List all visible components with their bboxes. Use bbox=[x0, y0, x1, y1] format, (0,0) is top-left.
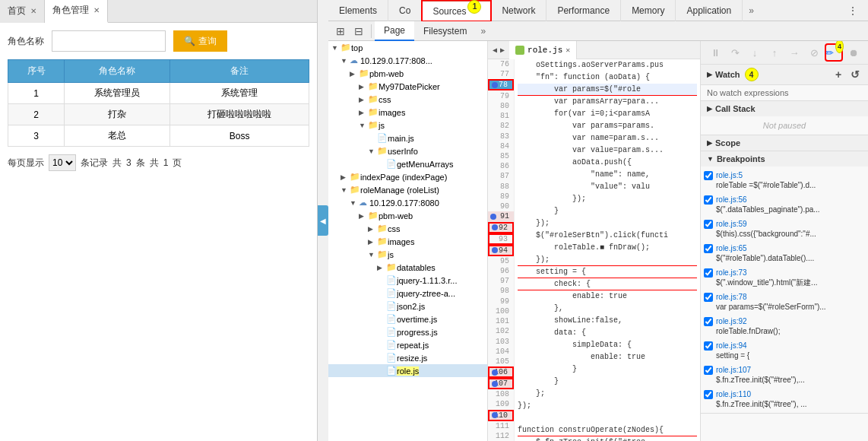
tree-item[interactable]: ▶📁pbm-web bbox=[328, 67, 487, 80]
tab-sources[interactable]: Sources 1 bbox=[422, 0, 491, 21]
bp-checkbox[interactable] bbox=[704, 317, 713, 326]
line-number[interactable]: 76 bbox=[488, 59, 514, 69]
code-file-tab-item[interactable]: role.js ✕ bbox=[509, 41, 577, 59]
nav-back-icon[interactable]: ◀ bbox=[493, 46, 497, 55]
tree-item[interactable]: ▶📁My97DatePicker bbox=[328, 80, 487, 93]
collapse-button[interactable]: ◀ bbox=[318, 205, 328, 236]
line-number[interactable]: 93 bbox=[488, 233, 514, 245]
line-number[interactable]: 105 bbox=[488, 357, 514, 366]
line-number[interactable]: 104 bbox=[488, 347, 514, 357]
tree-item[interactable]: 📄jquery-1.11.3.r... bbox=[328, 274, 487, 287]
tree-item[interactable]: ▶📁css bbox=[328, 222, 487, 235]
code-nav-icons[interactable]: ◀ ▶ bbox=[488, 46, 509, 55]
per-page-select[interactable]: 10 bbox=[49, 154, 76, 171]
line-number[interactable]: 87 bbox=[488, 171, 514, 181]
line-number[interactable]: 111 bbox=[488, 421, 514, 431]
line-number[interactable]: 107 bbox=[488, 378, 514, 389]
nav-forward-icon[interactable]: ▶ bbox=[500, 46, 505, 55]
bp-checkbox[interactable] bbox=[704, 293, 713, 302]
line-number[interactable]: 94 bbox=[488, 245, 514, 256]
search-button[interactable]: 🔍 查询 bbox=[173, 30, 227, 52]
line-number[interactable]: 99 bbox=[488, 296, 514, 306]
customize-btn[interactable]: ⋮ bbox=[844, 2, 862, 20]
dock-icon[interactable]: ⊞ bbox=[331, 22, 350, 40]
tab-elements[interactable]: Elements bbox=[328, 0, 388, 21]
line-number[interactable]: 109 bbox=[488, 399, 514, 409]
tab-application[interactable]: Application bbox=[676, 0, 743, 21]
tree-item[interactable]: 📄json2.js bbox=[328, 300, 487, 313]
bp-checkbox[interactable] bbox=[704, 195, 713, 205]
line-number[interactable]: 92 bbox=[488, 222, 514, 233]
line-number[interactable]: 101 bbox=[488, 316, 514, 326]
tree-item[interactable]: 📄overtime.js bbox=[328, 313, 487, 325]
scope-header[interactable]: ▶ Scope bbox=[701, 135, 868, 151]
line-number[interactable]: 84 bbox=[488, 141, 514, 151]
tab-home[interactable]: 首页 ✕ bbox=[0, 0, 45, 23]
devtools-more-tabs[interactable]: » bbox=[743, 5, 760, 16]
line-number[interactable]: 108 bbox=[488, 389, 514, 399]
tree-item[interactable]: 📄resize.js bbox=[328, 351, 487, 364]
bp-checkbox[interactable] bbox=[704, 268, 713, 278]
line-number[interactable]: 81 bbox=[488, 111, 514, 121]
line-number[interactable]: 80 bbox=[488, 101, 514, 111]
line-number[interactable]: 91 bbox=[488, 211, 514, 221]
step-over-btn[interactable]: ↷ bbox=[727, 44, 743, 61]
line-number[interactable]: 90 bbox=[488, 201, 514, 211]
step-btn[interactable]: → bbox=[786, 44, 803, 61]
tab-performance[interactable]: Performance bbox=[546, 0, 621, 21]
tab-memory[interactable]: Memory bbox=[621, 0, 676, 21]
tab-console[interactable]: Co bbox=[388, 0, 422, 21]
tree-item[interactable]: ▶📁images bbox=[328, 235, 487, 248]
bp-checkbox[interactable] bbox=[704, 341, 713, 351]
tree-item[interactable]: ▶📁indexPage (indexPage) bbox=[328, 170, 487, 183]
line-number[interactable]: 78 bbox=[488, 79, 514, 90]
bp-checkbox[interactable] bbox=[704, 171, 713, 180]
line-number[interactable]: 97 bbox=[488, 276, 514, 286]
line-number[interactable]: 95 bbox=[488, 256, 514, 266]
deactivate-btn[interactable]: ⊘ bbox=[806, 44, 822, 61]
line-number[interactable]: 112 bbox=[488, 431, 514, 441]
tree-item[interactable]: 📄repeat.js bbox=[328, 338, 487, 351]
line-number[interactable]: 98 bbox=[488, 286, 514, 296]
sub-more-tabs[interactable]: » bbox=[476, 26, 490, 36]
tree-item[interactable]: ▶📁pbm-web bbox=[328, 209, 487, 222]
line-number[interactable]: 86 bbox=[488, 161, 514, 171]
tree-item[interactable]: ▶📁css bbox=[328, 93, 487, 106]
step-out-btn[interactable]: ↑ bbox=[766, 44, 783, 61]
tree-item[interactable]: ▶📁datatables bbox=[328, 261, 487, 274]
tree-item[interactable]: ▼📁js bbox=[328, 248, 487, 261]
tree-item[interactable]: ▼📁top bbox=[328, 41, 487, 54]
line-number[interactable]: 96 bbox=[488, 266, 514, 276]
bp-checkbox[interactable] bbox=[704, 244, 713, 253]
sub-tab-filesystem[interactable]: Filesystem bbox=[414, 21, 476, 41]
tab-role-close[interactable]: ✕ bbox=[93, 6, 100, 14]
tab-home-close[interactable]: ✕ bbox=[30, 7, 36, 15]
tree-item[interactable]: 📄main.js bbox=[328, 132, 487, 144]
tree-item[interactable]: 📄jquery-ztree-a... bbox=[328, 287, 487, 300]
refresh-watch-btn[interactable]: ↺ bbox=[848, 68, 862, 81]
breakpoints-header[interactable]: ▼ Breakpoints bbox=[701, 151, 868, 167]
line-number[interactable]: 88 bbox=[488, 182, 514, 192]
bp-checkbox[interactable] bbox=[704, 220, 713, 229]
code-content[interactable]: 7677787980818283848586878889909192939495… bbox=[488, 59, 700, 441]
line-number[interactable]: 103 bbox=[488, 336, 514, 346]
tab-network[interactable]: Network bbox=[491, 0, 546, 21]
sub-tab-page[interactable]: Page bbox=[375, 21, 414, 41]
tree-item[interactable]: ▶📁images bbox=[328, 106, 487, 119]
tree-item[interactable]: ▼☁10.129.0.177:8080 bbox=[328, 196, 487, 209]
tree-item[interactable]: ▼☁10.129.0.177:808... bbox=[328, 54, 487, 67]
line-number[interactable]: 77 bbox=[488, 69, 514, 79]
line-number[interactable]: 100 bbox=[488, 306, 514, 316]
line-number[interactable]: 85 bbox=[488, 151, 514, 161]
file-tab-close[interactable]: ✕ bbox=[565, 46, 570, 55]
tree-item[interactable]: 📄progress.js bbox=[328, 325, 487, 338]
line-number[interactable]: 89 bbox=[488, 192, 514, 201]
breakpoints-btn[interactable]: ✏ 4 bbox=[825, 44, 842, 61]
bp-checkbox[interactable] bbox=[704, 366, 713, 375]
line-number[interactable]: 106 bbox=[488, 366, 514, 378]
line-number[interactable]: 82 bbox=[488, 121, 514, 131]
tree-item[interactable]: 📄role.js bbox=[328, 364, 487, 377]
line-number[interactable]: 83 bbox=[488, 131, 514, 141]
undock-icon[interactable]: ⊟ bbox=[350, 22, 368, 40]
line-number[interactable]: 79 bbox=[488, 90, 514, 100]
